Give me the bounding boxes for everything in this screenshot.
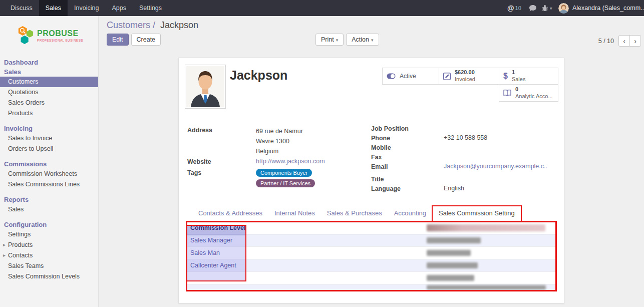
tab-sales-commission-setting[interactable]: Sales Commission Setting — [432, 206, 521, 221]
sidebar-section-sales[interactable]: Sales — [0, 67, 98, 77]
sidebar-nav: Dashboard Sales Customers Quotations Sal… — [0, 58, 98, 282]
toggle-icon — [387, 73, 396, 79]
table-row[interactable]: Sales Manager — [187, 234, 556, 247]
analytic-label: Analytic Acco... — [515, 93, 553, 100]
topbar: Discuss Sales Invoicing Apps Settings @ … — [0, 0, 644, 16]
sidebar-item-config-contacts[interactable]: ▸Contacts — [0, 250, 98, 261]
breadcrumb: Customers/ Jackpson — [107, 20, 198, 31]
menu-sales[interactable]: Sales — [39, 0, 68, 16]
tags-label: Tags — [187, 169, 256, 187]
menu-apps[interactable]: Apps — [105, 0, 133, 16]
sidebar-item-label: Contacts — [8, 252, 33, 259]
partner-form: Jackpson Active $620.00 Invoiced $ — [178, 58, 564, 303]
menu-discuss[interactable]: Discuss — [4, 0, 39, 16]
sidebar-item-sales-commissions-lines[interactable]: Sales Commissions Lines — [0, 179, 98, 190]
commission-level-header[interactable]: Commission Level — [187, 221, 427, 234]
sidebar-item-commission-worksheets[interactable]: Commission Worksheets — [0, 169, 98, 179]
expand-icon: ▸ — [3, 252, 6, 258]
user-menu[interactable]: Alexandra (Sales_comm.. — [572, 5, 644, 12]
menu-invoicing[interactable]: Invoicing — [68, 0, 105, 16]
sidebar-item-orders-to-upsell[interactable]: Orders to Upsell — [0, 144, 98, 154]
mention-count: 10 — [515, 5, 521, 11]
probuse-logo[interactable]: PROBUSE PROFESSIONAL BUSINESS — [0, 16, 98, 54]
sidebar-item-reports-sales[interactable]: Sales — [0, 204, 98, 215]
tag-components-buyer[interactable]: Components Buyer — [256, 169, 312, 177]
sidebar-item-customers[interactable]: Customers — [0, 77, 98, 87]
sidebar-section-configuration[interactable]: Configuration — [0, 220, 98, 229]
table-row[interactable] — [187, 272, 556, 284]
address-line: Wavre 1300 — [256, 136, 303, 146]
menu-settings[interactable]: Settings — [133, 0, 168, 16]
topbar-right: @ 10 ▾ Alexandra (Sales_comm.. — [507, 0, 644, 16]
control-panel-buttons: Edit Create — [107, 34, 161, 46]
invoiced-stat-button[interactable]: $620.00 Invoiced — [439, 68, 499, 85]
sidebar-item-sales-commission-levels[interactable]: Sales Commission Levels — [0, 271, 98, 282]
breadcrumb-customers[interactable]: Customers — [107, 20, 150, 30]
sidebar-item-label: Products — [8, 241, 33, 248]
language-value: English — [444, 185, 464, 194]
breadcrumb-current: Jackpson — [160, 20, 198, 30]
sales-label: Sales — [512, 76, 526, 83]
commission-table: Commission Level Sales Manager Sales Man… — [187, 221, 556, 290]
caret-down-icon: ▾ — [336, 38, 339, 43]
fax-label: Fax — [371, 153, 444, 162]
pencil-square-icon — [443, 73, 451, 80]
tab-sales-purchases[interactable]: Sales & Purchases — [321, 206, 388, 221]
sidebar-item-products[interactable]: Products — [0, 108, 98, 119]
sidebar-item-sales-orders[interactable]: Sales Orders — [0, 98, 98, 108]
sidebar-section-reports[interactable]: Reports — [0, 195, 98, 204]
tab-label: Sales Commission Setting — [439, 209, 515, 217]
sidebar-item-config-products[interactable]: ▸Products — [0, 240, 98, 250]
address-field: Address 69 rue de Namur Wavre 1300 Belgi… — [187, 126, 368, 156]
mention-icon[interactable]: @ — [507, 4, 514, 12]
sidebar-section-dashboard[interactable]: Dashboard — [0, 58, 98, 67]
address-line: 69 rue de Namur — [256, 126, 303, 136]
redacted-blur — [427, 262, 478, 268]
logo-title: PROBUSE — [37, 29, 83, 38]
analytic-stat-button[interactable]: 0 Analytic Acco... — [499, 84, 558, 102]
sales-stat-button[interactable]: $ 1 Sales — [499, 68, 558, 85]
notebook-tabs: Contacts & Addresses Internal Notes Sale… — [187, 206, 556, 221]
table-row[interactable]: Sales Man — [187, 247, 556, 259]
table-row[interactable]: Callcenter Agent — [187, 259, 556, 272]
logo-subtitle: PROFESSIONAL BUSINESS — [37, 39, 83, 42]
tag-partner-it-services[interactable]: Partner / IT Services — [256, 179, 315, 187]
tab-contacts-addresses[interactable]: Contacts & Addresses — [192, 206, 268, 221]
redacted-blur — [427, 285, 546, 289]
address-value: 69 rue de Namur Wavre 1300 Belgium — [256, 126, 303, 156]
redacted-blur — [427, 237, 481, 243]
active-label: Active — [400, 73, 416, 80]
website-link[interactable]: http://www.jackpson.com — [256, 158, 325, 165]
bug-icon[interactable] — [541, 5, 548, 12]
website-label: Website — [187, 158, 256, 165]
sidebar-item-quotations[interactable]: Quotations — [0, 87, 98, 98]
caret-down-icon: ▾ — [550, 6, 552, 11]
commission-level-cell: Sales Manager — [187, 234, 427, 246]
create-button[interactable]: Create — [131, 34, 161, 46]
pager-value: 5 / 10 — [598, 38, 614, 45]
tab-accounting[interactable]: Accounting — [388, 206, 432, 221]
sidebar-item-sales-to-invoice[interactable]: Sales to Invoice — [0, 133, 98, 144]
partner-photo[interactable] — [185, 65, 226, 109]
email-link[interactable]: Jackpson@yourcompany.example.c.. — [444, 163, 547, 172]
pager: 5 / 10 ‹ › — [598, 35, 641, 47]
page: Discuss Sales Invoicing Apps Settings @ … — [0, 0, 644, 307]
book-icon — [503, 90, 511, 96]
pager-prev-button[interactable]: ‹ — [618, 35, 630, 47]
left-fields: Address 69 rue de Namur Wavre 1300 Belgi… — [187, 126, 368, 189]
chat-icon[interactable] — [529, 5, 537, 12]
sidebar-section-invoicing[interactable]: Invoicing — [0, 124, 98, 133]
action-dropdown[interactable]: Action▾ — [346, 34, 379, 46]
user-avatar[interactable] — [558, 3, 569, 14]
sidebar-item-sales-teams[interactable]: Sales Teams — [0, 261, 98, 271]
analytic-value: 0 — [515, 86, 553, 93]
tab-internal-notes[interactable]: Internal Notes — [268, 206, 321, 221]
language-label: Language — [371, 185, 444, 194]
commission-level-cell — [187, 272, 427, 284]
sidebar-section-commissions[interactable]: Commissions — [0, 159, 98, 169]
pager-next-button[interactable]: › — [629, 35, 641, 47]
active-stat-button[interactable]: Active — [382, 68, 439, 85]
print-dropdown[interactable]: Print▾ — [315, 34, 344, 46]
edit-button[interactable]: Edit — [107, 34, 129, 46]
sidebar-item-settings[interactable]: Settings — [0, 229, 98, 240]
